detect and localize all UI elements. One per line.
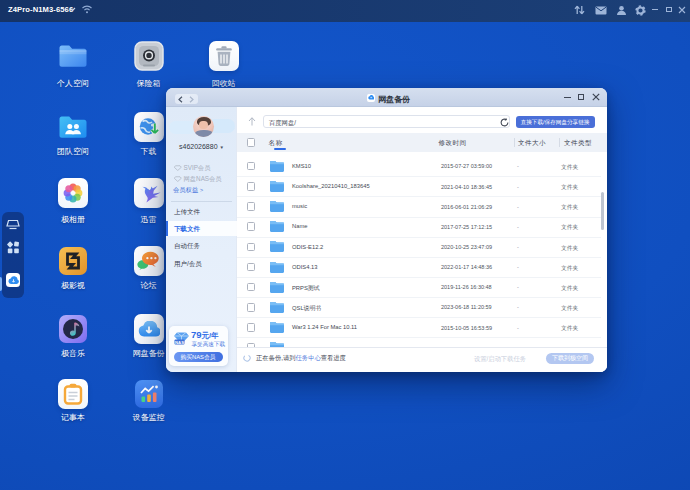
svg-text:NAS: NAS (175, 340, 184, 345)
